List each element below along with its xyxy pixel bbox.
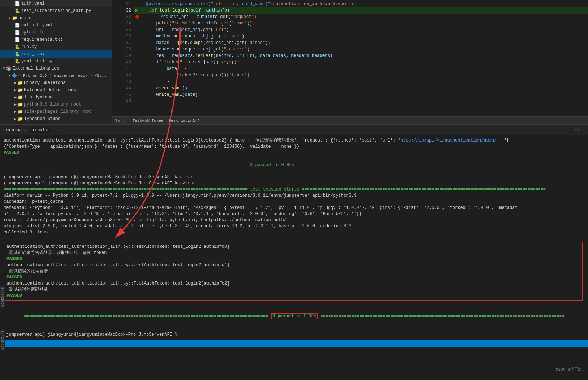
chevron-icon4: ▶ — [14, 81, 17, 85]
lib-folder-icon: 📚 — [6, 66, 12, 71]
terminal-line-blank3 — [4, 236, 584, 242]
sidebar-item-label: lib-dynload — [24, 95, 53, 100]
ln-35: 35 — [119, 27, 131, 33]
code-line-36: method = request_obj.get("method") — [134, 33, 588, 40]
sidebar-item-label: Binary Skeletons — [24, 80, 66, 85]
terminal-line-session: ========================================… — [4, 187, 584, 193]
folder-icon2: 📁 — [17, 80, 23, 86]
code-editor[interactable]: @pytest.mark.parametrize("authinfo", rea… — [134, 0, 588, 116]
code-line-31: @pytest.mark.parametrize("authinfo", rea… — [134, 1, 588, 7]
breadcrumb-bar: Te... › TestAuthToken › test_login2() — [112, 116, 588, 124]
terminal-line-pytest-cmd: (jumpserver_api) jiangyumin@jiangyuminde… — [4, 180, 584, 187]
sidebar-item-yaml-util[interactable]: 🐍 yaml_util.py — [0, 58, 112, 65]
folder-icon5: 📁 — [17, 102, 23, 107]
sidebar-item-extract-yaml[interactable]: 📄 extract.yaml — [0, 22, 112, 29]
chevron-icon3: ▼ — [9, 74, 11, 78]
sidebar-item-binary-skeletons[interactable]: ▶ 📁 Binary Skeletons — [0, 79, 112, 86]
sidebar-item-scratches[interactable]: ▶ 🗒 Scratches and Consoles — [0, 122, 112, 124]
terminal-line-blank1 — [4, 156, 584, 162]
sidebar: 📄 auth.yaml 🐍 test_authentication_auth.p… — [0, 0, 112, 124]
sidebar-item-label: requirements.txt — [21, 37, 63, 42]
scratch-folder-icon: 🗒 — [6, 123, 12, 124]
terminal-line-collected: collected 3 items — [4, 229, 584, 236]
sidebar-item-requirements[interactable]: 📄 requirements.txt — [0, 36, 112, 43]
code-line-34: print("\n %s" % authinfo.get("name")) — [134, 20, 588, 27]
code-line-43: } — [134, 79, 588, 85]
sidebar-item-label: Scratches and Consoles — [13, 124, 70, 124]
sidebar-item-extended-defs[interactable]: ▶ 📁 Extended Definitions — [0, 86, 112, 94]
breadcrumb-sep2: › — [165, 119, 167, 123]
sidebar-item-python39-root[interactable]: ▶ 📁 python3.9 library root — [0, 101, 112, 108]
terminal-test-3: authentication_auth/test_authentication_… — [6, 281, 580, 287]
sidebar-item-label: External Libraries — [13, 66, 59, 71]
ln-33: 33 — [119, 14, 131, 20]
terminal-label: Terminal: — [4, 128, 27, 133]
terminal-dropdown-icon[interactable]: ⌄ — [57, 127, 59, 133]
terminal-test-3-name: 测试错误的密码登录 — [6, 287, 580, 293]
sidebar-item-label: pytest.ini — [21, 30, 47, 35]
sidebar-item-label: run.py — [21, 44, 37, 49]
py-file-icon2: 🐍 — [14, 44, 20, 50]
ln-31: 31 — [119, 1, 131, 7]
chevron-icon7: ▶ — [14, 102, 17, 107]
terminal-test-2-name: 测试错误的账号登录 — [6, 268, 580, 274]
breadcrumb-method: test_login2() — [169, 119, 200, 123]
terminal-line-final: ========================================… — [4, 307, 584, 326]
terminal-line-dashes1: ========================================… — [4, 162, 584, 168]
yaml-file-icon2: 📄 — [14, 22, 20, 28]
sidebar-item-test-auth[interactable]: 🐍 test_authentication_auth.py — [0, 7, 112, 14]
terminal-tab-label: Local — [33, 128, 45, 132]
sidebar-item-external-libs[interactable]: ▼ 📚 External Libraries — [0, 65, 112, 72]
terminal-minimize-icon[interactable]: — — [582, 127, 584, 133]
sidebar-item-site-packages[interactable]: ▶ 📁 site-packages library root — [0, 108, 112, 115]
folder-icon4: 📁 — [17, 94, 23, 100]
terminal-close-icon[interactable]: ✕ — [46, 128, 48, 132]
test-results-box: authentication_auth/test_authentication_… — [4, 242, 583, 301]
ln-45: 45 — [119, 91, 131, 98]
ln-36: 36 — [119, 33, 131, 40]
chevron-icon: ▶ — [9, 16, 11, 20]
chevron-icon6: ▶ — [14, 95, 17, 99]
sidebar-item-lib-dynload[interactable]: ▶ 📁 lib-dynload — [0, 94, 112, 101]
ln-38: 38 — [119, 46, 131, 53]
terminal-prompt-final: (jumpserver_api) jiangyumin@jiangyuminde… — [4, 332, 584, 338]
terminal-line-blank4 — [4, 301, 584, 307]
terminal-test-1: authentication_auth/test_authentication_… — [6, 244, 580, 250]
sidebar-item-test-a-py[interactable]: 🐍 test_a.py — [0, 50, 112, 58]
folder-icon3: 📁 — [17, 87, 23, 93]
sidebar-item-label: < Python 3.9 (jumpserver_api) > /U... — [18, 73, 106, 78]
code-line-32: ▶ def test_login2(self, authinfo): — [134, 7, 588, 14]
terminal-line-cachedir: cachedir: .pytest_cache — [4, 199, 584, 205]
ln-39: 39 — [119, 53, 131, 59]
txt-file-icon: 📄 — [14, 37, 20, 43]
terminal-header: Terminal: Local ✕ + ⌄ ⚙ — — [0, 125, 588, 135]
sidebar-item-pytest-ini[interactable]: 📄 pytest.ini — [0, 29, 112, 36]
sidebar-item-label: users — [18, 15, 31, 21]
sidebar-item-typeshed[interactable]: ▶ 📁 Typeshed Stubs — [0, 115, 112, 122]
terminal-line-3: PASSED — [4, 150, 584, 156]
sidebar-item-label: Extended Definitions — [24, 88, 76, 93]
sidebar-item-users[interactable]: ▶ 📁 users — [0, 14, 112, 22]
terminal-test-3-result: PASSED — [6, 293, 580, 299]
terminal-test-1-name: 测试正确账号密码登录：获取接口统一鉴权 token — [6, 250, 580, 256]
terminal-test-2-result: PASSED — [6, 274, 580, 281]
terminal-tab-local[interactable]: Local ✕ — [30, 127, 51, 133]
ln-34: 34 — [119, 20, 131, 27]
sidebar-item-label: auth.yaml — [21, 1, 45, 6]
sidebar-item-python39[interactable]: ▼ 🔷 < Python 3.9 (jumpserver_api) > /U..… — [0, 72, 112, 79]
folder-icon6: 📁 — [17, 109, 23, 115]
terminal-add-button[interactable]: + — [53, 127, 55, 133]
structure-label: Structure — [0, 329, 5, 351]
sidebar-item-run-py[interactable]: 🐍 run.py — [0, 43, 112, 50]
final-result-highlight: 3 passed in 1.90s — [271, 313, 318, 319]
sidebar-item-label: python3.9 library root — [24, 102, 81, 107]
code-line-45: write_yaml(data) — [134, 91, 588, 98]
py-file-icon3: 🐍 — [14, 51, 20, 57]
terminal-settings-icon[interactable]: ⚙ — [575, 127, 578, 133]
ln-40: 40 — [119, 59, 131, 66]
terminal-line-blank2 — [4, 168, 584, 174]
code-line-38: headers = request_obj.get("headers") — [134, 46, 588, 53]
sidebar-item-auth-yaml[interactable]: 📄 auth.yaml — [0, 0, 112, 7]
terminal-body[interactable]: authentication_auth/test_authentication_… — [0, 135, 588, 340]
ln-46: 46 — [119, 98, 131, 104]
